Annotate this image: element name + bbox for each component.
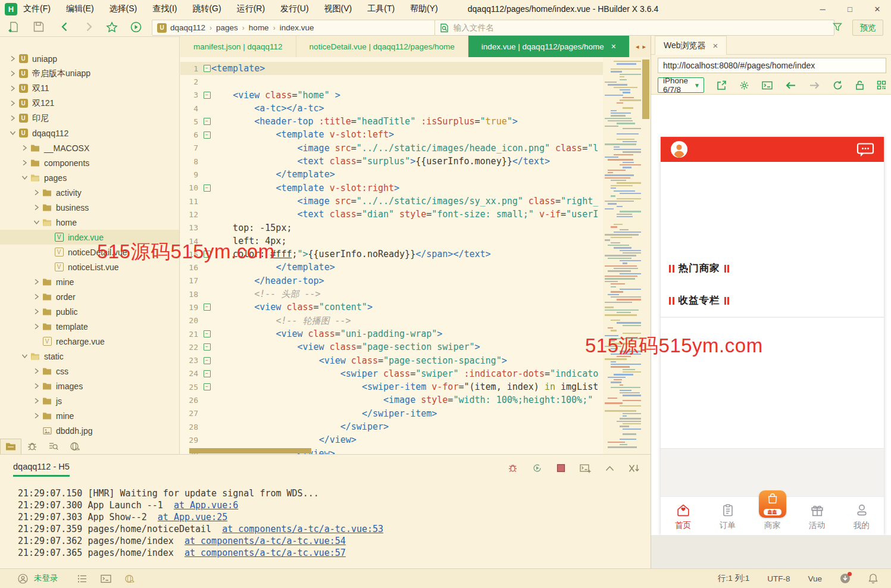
menu-item[interactable]: 跳转(G) xyxy=(192,4,221,14)
app-nav-首页[interactable]: 首页 xyxy=(661,497,705,535)
tree-item-dbddh.jpg[interactable]: dbddh.jpg xyxy=(0,423,179,438)
tree-item-home[interactable]: home xyxy=(0,215,179,230)
close-button[interactable]: ✕ xyxy=(864,0,891,18)
chevron-right-icon[interactable] xyxy=(7,99,18,108)
back-icon[interactable] xyxy=(60,21,70,32)
fold-icon[interactable]: − xyxy=(202,383,211,390)
tree-item-帝启版本uniapp[interactable]: U帝启版本uniapp xyxy=(0,66,179,81)
preview-button[interactable]: 预览 xyxy=(852,20,883,36)
avatar-icon[interactable] xyxy=(670,140,688,158)
code-line-7[interactable]: 7 <image src="../../static/images/heade_… xyxy=(180,142,603,155)
web-tab[interactable] xyxy=(64,439,86,454)
code-line-9[interactable]: 9 </template> xyxy=(180,168,603,181)
new-terminal-icon[interactable] xyxy=(580,464,591,473)
code-line-3[interactable]: 3− <view class="home" > xyxy=(180,89,603,102)
menu-item[interactable]: 发行(U) xyxy=(280,4,308,14)
chevron-right-icon[interactable] xyxy=(31,307,42,317)
fold-icon[interactable]: − xyxy=(202,304,211,311)
tree-item-pages[interactable]: pages xyxy=(0,170,179,185)
source-link[interactable]: at App.vue:6 xyxy=(174,500,238,511)
fold-icon[interactable]: − xyxy=(202,118,211,125)
breadcrumb-item[interactable]: dqaqq112 xyxy=(170,23,205,32)
code-line-1[interactable]: 1−<template> xyxy=(180,62,603,75)
menu-item[interactable]: 文件(F) xyxy=(23,4,51,14)
menu-item[interactable]: 编辑(E) xyxy=(66,4,94,14)
chevron-right-icon[interactable] xyxy=(31,277,42,287)
tree-item-recharge.vue[interactable]: Vrecharge.vue xyxy=(0,334,179,349)
code-line-18[interactable]: 18 <!-- 头部 --> xyxy=(180,287,603,301)
chevron-right-icon[interactable] xyxy=(7,69,18,79)
notification-icon[interactable] xyxy=(868,573,878,584)
lock-icon[interactable] xyxy=(855,80,864,90)
code-line-23[interactable]: 23− <view class="page-section-spacing"> xyxy=(180,354,603,367)
settings-icon[interactable] xyxy=(739,80,749,90)
console-icon[interactable] xyxy=(762,81,773,90)
tab-scroll-left-icon[interactable]: ◂ xyxy=(636,43,639,51)
collapse-icon[interactable] xyxy=(605,465,614,471)
stop-icon[interactable] xyxy=(557,464,565,473)
editor-tab-0[interactable]: manifest.json | dqaqq112 xyxy=(180,36,296,57)
tree-item-双11[interactable]: U双11 xyxy=(0,81,179,96)
chevron-down-icon[interactable] xyxy=(19,352,30,361)
tree-item-order[interactable]: order xyxy=(0,289,179,304)
code-line-20[interactable]: 20 <!-- 轮播图 --> xyxy=(180,314,603,327)
code-line-24[interactable]: 24− <swiper class="swiper" :indicator-do… xyxy=(180,367,603,380)
source-link[interactable]: at components/a-tc/a-tc.vue:54 xyxy=(185,536,346,546)
message-icon[interactable] xyxy=(856,143,874,157)
vertical-scrollbar[interactable] xyxy=(641,57,651,454)
debug-icon[interactable] xyxy=(508,463,518,473)
browser-tab[interactable]: Web浏览器 × xyxy=(655,36,727,55)
code-line-5[interactable]: 5− <header-top :title="headTitle" :isSur… xyxy=(180,115,603,128)
close-icon[interactable]: × xyxy=(713,40,718,51)
source-link[interactable]: at App.vue:25 xyxy=(158,512,227,523)
encoding[interactable]: UTF-8 xyxy=(767,574,790,583)
file-tree[interactable]: UuniappU帝启版本uniappU双11U双121U印尼Udqaqq112_… xyxy=(0,36,180,438)
minimap[interactable] xyxy=(603,57,641,454)
console-tab[interactable]: dqaqq112 - H5 xyxy=(13,462,70,477)
horizontal-scrollbar[interactable] xyxy=(189,448,311,453)
chevron-right-icon[interactable] xyxy=(7,84,18,93)
menu-item[interactable]: 查找(I) xyxy=(152,4,177,14)
app-nav-我的[interactable]: 我的 xyxy=(839,497,884,535)
fold-icon[interactable]: − xyxy=(202,330,211,337)
menu-item[interactable]: 运行(R) xyxy=(237,4,265,14)
chevron-down-icon[interactable] xyxy=(31,218,42,227)
tree-item-activity[interactable]: activity xyxy=(0,185,179,200)
breadcrumb-item[interactable]: index.vue xyxy=(280,23,314,32)
chevron-right-icon[interactable] xyxy=(31,203,42,212)
tasks-icon[interactable] xyxy=(77,574,87,583)
save-icon[interactable] xyxy=(33,21,44,32)
chevron-down-icon[interactable] xyxy=(7,129,18,138)
chevron-right-icon[interactable] xyxy=(7,114,18,123)
tree-item-images[interactable]: images xyxy=(0,379,179,393)
tree-item-__MACOSX[interactable]: __MACOSX xyxy=(0,140,179,155)
debug-tab[interactable] xyxy=(21,439,43,454)
close-icon[interactable]: × xyxy=(611,42,616,51)
favorite-icon[interactable] xyxy=(106,21,118,33)
qr-code-icon[interactable] xyxy=(877,80,886,90)
fold-icon[interactable]: − xyxy=(202,370,211,377)
language-mode[interactable]: Vue xyxy=(808,574,822,583)
fold-icon[interactable]: − xyxy=(202,92,211,99)
code-line-27[interactable]: 27 </swiper-item> xyxy=(180,407,603,420)
tree-item-印尼[interactable]: U印尼 xyxy=(0,111,179,126)
code-line-11[interactable]: 11 <image src="../../static/images/sy_xx… xyxy=(180,195,603,208)
maximize-button[interactable]: □ xyxy=(836,0,864,18)
restart-icon[interactable] xyxy=(532,463,542,473)
tab-scroll-right-icon[interactable]: ▸ xyxy=(642,43,646,51)
fold-icon[interactable]: − xyxy=(202,184,211,192)
editor-tab-1[interactable]: noticeDetail.vue | dqaqq112/pages/home xyxy=(296,36,468,57)
code-line-12[interactable]: 12 <text class="dian" style="font-size: … xyxy=(180,208,603,221)
chevron-right-icon[interactable] xyxy=(31,292,42,302)
code-line-28[interactable]: 28 </swiper> xyxy=(180,420,603,433)
url-input[interactable]: http://localhost:8080/#/pages/home/index xyxy=(658,58,886,73)
chevron-right-icon[interactable] xyxy=(31,381,42,391)
login-status[interactable]: 未登录 xyxy=(34,573,58,584)
forward-icon[interactable] xyxy=(809,81,820,90)
chevron-down-icon[interactable] xyxy=(19,173,30,183)
tree-item-uniapp[interactable]: Uuniapp xyxy=(0,51,179,66)
chevron-right-icon[interactable] xyxy=(31,322,42,331)
breadcrumb-item[interactable]: home xyxy=(249,23,269,32)
refresh-icon[interactable] xyxy=(833,80,843,90)
code-line-22[interactable]: 22− <view class="page-section swiper"> xyxy=(180,340,603,354)
